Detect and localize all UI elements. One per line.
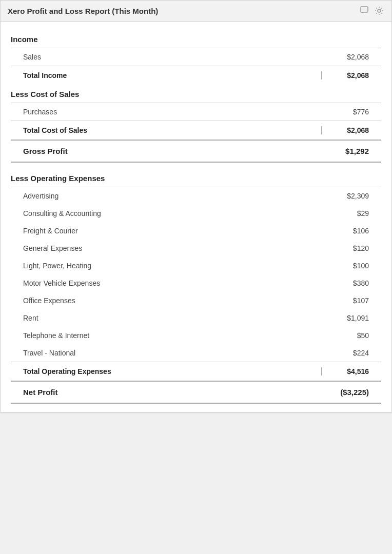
gear-icon[interactable] <box>374 6 384 16</box>
light-power-row: Light, Power, Heating $100 <box>11 257 381 274</box>
total-opex-right: $4,516 <box>321 367 369 375</box>
widget-title: Xero Profit and Loss Report (This Month) <box>8 7 158 15</box>
gross-profit-label: Gross Profit <box>23 147 328 155</box>
net-profit-row: Net Profit ($3,225) <box>11 382 381 403</box>
comment-icon[interactable] <box>360 6 370 16</box>
general-expenses-amount: $120 <box>328 244 369 252</box>
total-cos-bar <box>321 126 322 134</box>
freight-label: Freight & Courier <box>23 227 328 235</box>
report-body: Income Sales $2,068 Total Income $2,068 … <box>1 22 391 412</box>
general-expenses-row: General Expenses $120 <box>11 240 381 257</box>
travel-label: Travel - National <box>23 349 328 357</box>
light-power-label: Light, Power, Heating <box>23 262 328 270</box>
income-section-header: Income <box>11 30 381 48</box>
purchases-row: Purchases $776 <box>11 103 381 121</box>
office-expenses-label: Office Expenses <box>23 296 328 305</box>
svg-rect-0 <box>361 7 368 12</box>
office-expenses-amount: $107 <box>328 296 369 305</box>
travel-amount: $224 <box>328 349 369 357</box>
advertising-label: Advertising <box>23 192 328 200</box>
net-profit-bottom-divider <box>11 403 381 404</box>
rent-row: Rent $1,091 <box>11 309 381 327</box>
purchases-label: Purchases <box>23 108 328 116</box>
office-expenses-row: Office Expenses $107 <box>11 292 381 309</box>
widget-icons <box>360 6 384 16</box>
rent-amount: $1,091 <box>328 314 369 322</box>
sales-row: Sales $2,068 <box>11 48 381 66</box>
spacer-1 <box>11 163 381 169</box>
motor-vehicle-row: Motor Vehicle Expenses $380 <box>11 274 381 292</box>
light-power-amount: $100 <box>328 262 369 270</box>
rent-label: Rent <box>23 314 328 322</box>
gross-profit-row: Gross Profit $1,292 <box>11 141 381 162</box>
advertising-amount: $2,309 <box>328 192 369 200</box>
freight-row: Freight & Courier $106 <box>11 222 381 240</box>
net-profit-label: Net Profit <box>23 388 328 397</box>
total-cos-right: $2,068 <box>321 126 369 134</box>
gross-profit-amount: $1,292 <box>328 147 369 155</box>
travel-row: Travel - National $224 <box>11 344 381 362</box>
sales-amount: $2,068 <box>328 53 369 61</box>
total-opex-label: Total Operating Expenses <box>23 367 321 375</box>
advertising-row: Advertising $2,309 <box>11 187 381 205</box>
net-profit-amount: ($3,225) <box>328 388 369 397</box>
total-income-amount: $2,068 <box>328 71 369 80</box>
widget-header: Xero Profit and Loss Report (This Month) <box>1 1 391 22</box>
profit-loss-widget: Xero Profit and Loss Report (This Month)… <box>0 0 392 412</box>
purchases-amount: $776 <box>328 108 369 116</box>
telephone-amount: $50 <box>328 331 369 340</box>
total-opex-bar <box>321 367 322 375</box>
consulting-amount: $29 <box>328 209 369 217</box>
total-income-label: Total Income <box>23 71 321 80</box>
total-income-row: Total Income $2,068 <box>11 66 381 85</box>
telephone-row: Telephone & Internet $50 <box>11 327 381 344</box>
general-expenses-label: General Expenses <box>23 244 328 252</box>
consulting-row: Consulting & Accounting $29 <box>11 205 381 222</box>
total-cos-row: Total Cost of Sales $2,068 <box>11 121 381 140</box>
total-opex-row: Total Operating Expenses $4,516 <box>11 362 381 381</box>
opex-section-header: Less Operating Expenses <box>11 169 381 187</box>
telephone-label: Telephone & Internet <box>23 331 328 340</box>
total-income-bar <box>321 71 322 80</box>
total-income-right: $2,068 <box>321 71 369 80</box>
freight-amount: $106 <box>328 227 369 235</box>
cos-section-header: Less Cost of Sales <box>11 85 381 103</box>
total-cos-amount: $2,068 <box>328 126 369 134</box>
motor-vehicle-amount: $380 <box>328 279 369 287</box>
total-cos-label: Total Cost of Sales <box>23 126 321 134</box>
total-opex-amount: $4,516 <box>328 367 369 375</box>
consulting-label: Consulting & Accounting <box>23 209 328 217</box>
svg-point-1 <box>378 9 381 12</box>
sales-label: Sales <box>23 53 328 61</box>
motor-vehicle-label: Motor Vehicle Expenses <box>23 279 328 287</box>
